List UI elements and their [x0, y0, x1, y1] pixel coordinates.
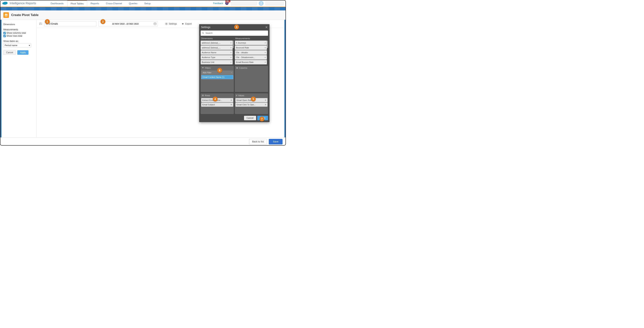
remove-icon[interactable]: ✕ — [230, 99, 232, 102]
footer: Back to list Save — [0, 138, 286, 146]
svg-point-2 — [227, 2, 228, 3]
plus-icon[interactable]: + — [230, 52, 232, 54]
account-switcher[interactable] — [231, 1, 257, 6]
tab-setup[interactable]: Setup — [141, 0, 154, 7]
settings-cancel-button[interactable]: Cancel — [244, 116, 256, 120]
measurement-item[interactable]: # Journeys+ — [235, 40, 267, 45]
svg-rect-16 — [237, 67, 238, 69]
plus-icon: + — [231, 72, 232, 74]
page-title: Create Pivot Table — [11, 13, 38, 17]
settings-label: Settings — [169, 22, 177, 25]
tab-cross-channel[interactable]: Cross-Channel — [102, 0, 126, 7]
notifications-badge: 99+ — [226, 0, 230, 2]
scrollbar-thumb[interactable] — [233, 40, 234, 48]
list-toggle-icon[interactable] — [39, 22, 42, 26]
plus-icon[interactable]: + — [265, 56, 266, 58]
save-button[interactable]: Save — [269, 139, 282, 144]
svg-line-14 — [204, 34, 204, 34]
settings-panel-title: Settings — [201, 26, 210, 29]
person-icon — [260, 2, 263, 5]
plus-icon[interactable]: + — [265, 46, 266, 49]
measurement-item[interactable]: Bounced Rate+ — [235, 46, 267, 50]
remove-icon[interactable]: ✕ — [265, 99, 266, 102]
plus-icon[interactable]: + — [265, 42, 266, 44]
export-icon — [181, 22, 184, 25]
cancel-button[interactable]: Cancel — [3, 50, 16, 55]
remove-icon[interactable]: ✕ — [265, 104, 266, 106]
top-right: Feedback 99+ — [213, 0, 284, 7]
measurement-item[interactable]: Clic - Désabonnem...+ — [235, 55, 267, 60]
plus-icon[interactable]: + — [230, 61, 232, 63]
value-chip[interactable]: Email Click To Ope...✕ — [236, 102, 268, 107]
user-avatar[interactable] — [259, 1, 264, 6]
export-label: Export — [185, 22, 192, 25]
check-columns-total[interactable]: Show columns total — [3, 32, 34, 34]
settings-search-input[interactable] — [206, 32, 267, 34]
check-rows-total[interactable]: Show rows total — [3, 34, 34, 37]
svg-rect-7 — [7, 15, 7, 16]
plus-icon[interactable]: + — [230, 46, 232, 49]
feedback-link[interactable]: Feedback — [213, 2, 223, 5]
callout-7: 7 — [260, 116, 264, 121]
back-to-list-button[interactable]: Back to list — [249, 139, 267, 144]
svg-point-13 — [202, 32, 204, 34]
main-tabs: Dashboards Pivot Tables Reports Cross-Ch… — [47, 0, 154, 7]
svg-rect-10 — [154, 23, 156, 25]
columns-label: Columns — [239, 67, 247, 69]
plus-icon[interactable]: + — [230, 42, 232, 44]
left-panel: Dimensions Measurements Show columns tot… — [2, 20, 36, 138]
callout-6: 6 — [217, 68, 222, 73]
tab-queries[interactable]: Queries — [126, 0, 141, 7]
settings-button[interactable]: Settings — [165, 22, 177, 25]
brand-band — [0, 7, 286, 10]
plus-icon[interactable]: + — [265, 52, 266, 54]
settings-panel: Settings ✕ Dimensions address1 [lakesql_… — [199, 24, 270, 122]
date-range-input[interactable]: 22 NOV 2022 - 22 DEC 2022 — [98, 21, 158, 26]
rows-label: Rows — [205, 94, 210, 96]
filter-chip[interactable]: Email Content Name (1) — [201, 75, 233, 79]
row-chip[interactable]: Email Subject✕ — [201, 102, 233, 107]
search-icon — [202, 32, 204, 34]
hash-icon: # — [236, 94, 237, 96]
values-label: Values — [238, 94, 244, 96]
svg-rect-6 — [6, 14, 6, 16]
pivot-name-input[interactable] — [44, 21, 96, 26]
export-button[interactable]: Export — [181, 22, 192, 25]
columns-box[interactable]: Columns — [235, 66, 268, 92]
dimension-item[interactable]: address1 [lakesql_...+ — [201, 40, 233, 45]
dimension-item[interactable]: Audience Name+ — [201, 50, 233, 55]
dates-label: Show dates as: — [3, 40, 34, 42]
measurements-label: Measurements — [3, 28, 34, 31]
dates-select[interactable]: Period name ▾ — [3, 43, 31, 48]
callout-3: 3 — [234, 24, 239, 30]
tab-pivot-tables[interactable]: Pivot Tables — [67, 0, 87, 7]
date-range-text: 22 NOV 2022 - 22 DEC 2022 — [112, 23, 139, 25]
rows-box: Rows Extract Email Name...✕ Email Subjec… — [201, 94, 234, 114]
scrollbar-thumb[interactable] — [267, 40, 268, 48]
tab-reports[interactable]: Reports — [87, 0, 102, 7]
tab-dashboards[interactable]: Dashboards — [47, 0, 67, 7]
dimension-item[interactable]: Audience Type+ — [201, 55, 233, 60]
app-title: Intelligence Reports — [10, 2, 36, 5]
settings-search[interactable] — [201, 30, 268, 36]
plus-icon[interactable]: + — [265, 61, 266, 63]
dimension-item[interactable]: address2 [lakesql_...+ — [201, 46, 233, 50]
remove-icon[interactable]: ✕ — [230, 104, 232, 106]
pivot-table-icon — [3, 12, 9, 18]
measurement-item[interactable]: Clic - désabo+ — [235, 50, 267, 55]
measurement-item[interactable]: Email Bounce Rate+ — [235, 60, 267, 64]
svg-point-1 — [226, 2, 227, 3]
top-bar: Intelligence Reports Dashboards Pivot Ta… — [0, 0, 286, 7]
apply-button[interactable]: Apply — [17, 50, 28, 55]
checkbox-rows-total[interactable] — [3, 35, 6, 37]
chevron-down-icon: ▾ — [29, 44, 30, 47]
close-icon[interactable]: ✕ — [265, 26, 268, 29]
svg-rect-17 — [202, 95, 204, 96]
svg-rect-15 — [236, 67, 237, 69]
notifications-button[interactable]: 99+ — [225, 1, 229, 6]
callout-5: 5 — [251, 96, 256, 102]
checkbox-columns-total[interactable] — [3, 32, 6, 34]
plus-icon[interactable]: + — [230, 56, 232, 58]
dimension-item[interactable]: Business Unit+ — [201, 60, 233, 64]
gear-icon — [165, 22, 168, 25]
